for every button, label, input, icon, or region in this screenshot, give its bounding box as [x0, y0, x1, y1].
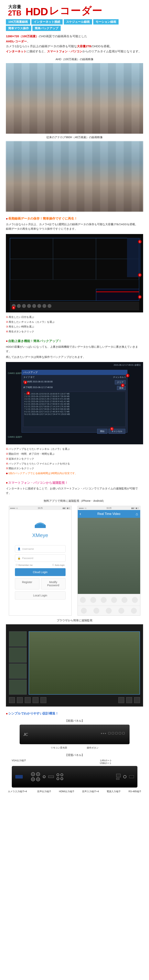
autologin-checkbox[interactable]: ☐ Auto-login — [52, 564, 65, 566]
power-port-icon — [123, 775, 127, 778]
cam-label-1: CAM01 録画中 — [8, 372, 22, 375]
local-login-button[interactable]: Local Login — [15, 591, 66, 600]
thumb-cam[interactable] — [9, 631, 27, 647]
password-placeholder: Password — [22, 557, 34, 560]
video-title: Real Time Video — [98, 512, 120, 515]
record-icon[interactable] — [101, 597, 107, 603]
video-feed[interactable] — [78, 518, 140, 594]
cam-label-2: CAM01 録画中 — [8, 436, 22, 439]
thumb-cam[interactable] — [9, 663, 27, 679]
backup-title-text: 自動上書き機能！簡単バックアップ！ — [8, 339, 62, 343]
username-input[interactable]: 👤Username — [15, 545, 66, 552]
status-time: 16:29 — [106, 507, 111, 509]
image-analog-sample — [6, 141, 143, 212]
browser-main-view[interactable] — [29, 631, 140, 695]
ctrl-icon[interactable] — [131, 608, 137, 614]
ctrl-icon[interactable] — [33, 697, 38, 703]
back-icon[interactable]: ‹ — [80, 511, 81, 517]
ctrl-icon[interactable] — [106, 608, 112, 614]
image-dvr-playback: 1 2 3 4 — [6, 234, 143, 312]
tag-backup: 簡単バックアップ — [32, 25, 61, 31]
callout-1-icon: 1 — [138, 240, 141, 243]
xmeye-logo-icon — [34, 517, 47, 531]
backup-end: 終了時間 2015-06-12 17:48:59 — [23, 386, 53, 390]
intro-1b: のHD画質での録画再生を可能とした — [38, 35, 87, 38]
backup-body-1: HDDの容量がいっぱいになっても、上書き録画機能で古いデータから順に新しいデータ… — [6, 345, 143, 354]
ctrl-icon[interactable] — [119, 697, 124, 703]
home-icon[interactable]: ⌂ — [136, 512, 138, 516]
cloud-login-button[interactable]: Cloud Login — [15, 568, 66, 576]
ctrl-icon[interactable] — [25, 697, 30, 703]
intro-2tb: 大容量2TB — [77, 45, 91, 48]
back-top-callouts: VGA出力端子 LANポート USBポート — [12, 759, 138, 765]
backup-row: N ☑ 01 2015-06-12/17:14:19-17:24:47 R 12… — [24, 413, 125, 415]
hdmi-port-icon — [48, 776, 54, 778]
thumb-cam[interactable] — [9, 648, 27, 663]
phone-statusbar: ●●●●○ ⎋16:25▮▮▯ ▣ ▯ — [9, 506, 72, 510]
username-placeholder: Username — [22, 547, 34, 550]
phone-video: ●●●●○ ⎋16:29▮▮▯ ▣ ▯ ‹ Real Time Video ⌂ — [77, 506, 140, 616]
remember-checkbox[interactable]: ☐ Remember me — [16, 564, 33, 566]
ctrl-icon[interactable] — [81, 608, 87, 614]
intro-2b: 。 — [27, 40, 30, 43]
backup-dialog-title: バックアップ — [22, 370, 127, 375]
multiview-icon[interactable] — [80, 597, 86, 603]
design-title: シンプルでわかりやすい設計構造！ — [6, 711, 143, 716]
dvr-playback-controls — [10, 302, 139, 310]
capacity-label: 大容量 — [6, 5, 24, 9]
backup-file-list: 1 ☑ 01 2015-06-12/15:50:25-16:00:00 R 11… — [23, 391, 126, 427]
header: 大容量 2TB HDD レコーダー — [6, 4, 143, 18]
intro-3a: カメラ1台なら1ヶ月以上の録画データの保存も可能な — [6, 45, 77, 48]
snapshot-icon[interactable] — [90, 597, 96, 603]
intro-text: 1280×720（100万画素）のHD画質での録画再生を可能とした AHDレコー… — [6, 34, 143, 54]
intro-net: インターネット — [6, 49, 27, 53]
backup-start-btn[interactable]: 開始 — [97, 429, 107, 434]
intro-4b: に接続すると、 — [27, 49, 47, 53]
ctrl-icon[interactable] — [119, 608, 124, 614]
playback-icon[interactable] — [122, 597, 127, 603]
vga-port-icon — [15, 775, 23, 778]
back-bottom-callouts: カメラ入力端子×4 音声出力端子 HDMI出力端子 音声入力端子×4 電源入力端… — [8, 790, 141, 793]
backup-row: 2 ☑ 01 2015-06-12/16:00:00-17:00:00 R 73… — [24, 395, 125, 398]
video-header: ‹ Real Time Video ⌂ — [78, 510, 140, 518]
login-form: 👤Username 🔒Password ☐ Remember me ☐ Auto… — [9, 545, 72, 600]
feature-tags: 100万画素録画 インターネット接続 スケジュール録画 モーション録画 簡単マウ… — [6, 19, 143, 31]
backup-row: 6 ☑ 01 2015-06-12/17:00:00-17:14:19 R 17… — [24, 405, 125, 408]
tag-mouse: 簡単マウス操作 — [6, 25, 31, 31]
app-logo-text: XMeye — [32, 532, 48, 538]
backup-body-2: 残しておきたいデータは簡単な操作でバックアップがとれます。 — [6, 355, 143, 360]
browser-controls — [9, 695, 140, 705]
remote-title: スマートフォン・パソコンから遠隔監視！ — [6, 481, 143, 485]
caption-browser: ブラウザから簡単に遠隔監視 — [6, 619, 143, 622]
backup-start: 開始時間 2015-06-01 00:00:00 — [23, 380, 53, 384]
intro-sp: スマートフォン・パソコン — [47, 49, 82, 53]
backup-type: タイプ 全て — [23, 376, 35, 379]
thumb-cam[interactable] — [9, 679, 27, 695]
audio-icon[interactable] — [111, 597, 117, 603]
bk-step-4: バックアップをとりたいファイルにチェックを付ける — [9, 462, 70, 465]
ctrl-icon[interactable] — [126, 697, 132, 703]
more-icon[interactable] — [132, 597, 138, 603]
capacity-value: 2TB — [6, 9, 24, 17]
playback-title-text: 長期録画データの保存！簡単操作ですぐに再生！ — [8, 216, 77, 221]
callout-vga: VGA出力端子 — [12, 759, 26, 762]
ctrl-icon[interactable] — [93, 608, 99, 614]
bk-step-3: 追加ボタンをクリック — [9, 457, 34, 460]
pb-step-1: 再生したい日付を選ぶ — [9, 315, 34, 318]
modify-password-button[interactable]: Modify Password — [41, 578, 66, 589]
backup-clear-btn[interactable]: クリア — [115, 380, 126, 384]
password-input[interactable]: 🔒Password — [15, 555, 66, 562]
rs485-port-icon — [129, 775, 134, 778]
image-browser-view — [6, 624, 143, 706]
tag-internet: インターネット接続 — [31, 19, 62, 24]
ctrl-icon[interactable] — [134, 697, 140, 703]
ctrl-icon[interactable] — [9, 697, 15, 703]
front-panel-label: 【前面パネル】 — [6, 719, 143, 723]
callout-1-icon: 1 — [126, 374, 129, 377]
callout-2-icon: 2 — [138, 273, 141, 277]
register-button[interactable]: Register — [15, 578, 40, 589]
ctrl-icon[interactable] — [40, 697, 46, 703]
tag-mp: 100万画素録画 — [6, 19, 30, 24]
ctrl-icon[interactable] — [17, 697, 23, 703]
backup-row: 5 ☑ 01 2015-06-12/16:47:39-17:00:00 R 15… — [24, 403, 125, 405]
